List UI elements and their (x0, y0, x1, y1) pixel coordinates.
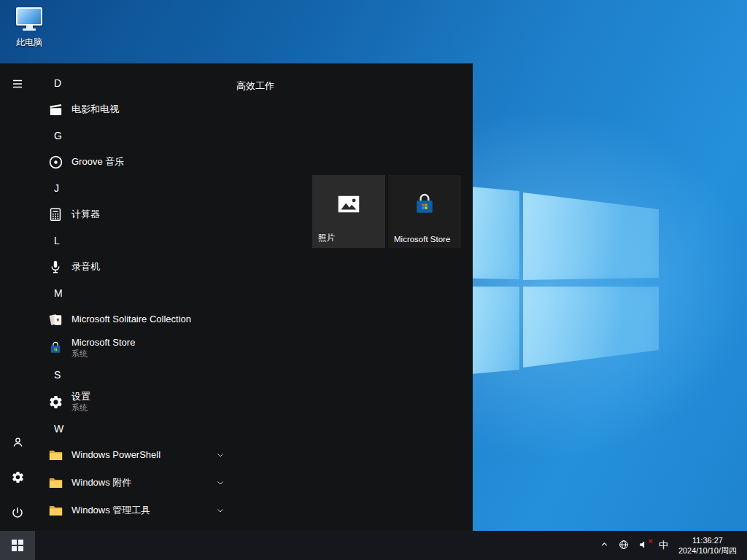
app-label: Microsoft Solitaire Collection (71, 314, 191, 325)
folder-icon (47, 502, 64, 519)
chevron-down-icon (216, 506, 225, 515)
app-item-solitaire[interactable]: Microsoft Solitaire Collection (35, 306, 236, 333)
clock[interactable]: 11:36:27 2024/10/10/周四 (673, 531, 743, 560)
section-letter-d[interactable]: D (35, 71, 236, 96)
network-status-button[interactable] (614, 531, 634, 560)
clock-date: 2024/10/10/周四 (678, 545, 737, 556)
start-rail (0, 63, 35, 531)
chevron-up-icon (600, 540, 609, 551)
power-icon (11, 506, 24, 521)
app-label: Microsoft Store (71, 338, 135, 349)
app-label: Groove 音乐 (71, 157, 124, 168)
section-letter-w[interactable]: W (35, 416, 236, 441)
tile-photos[interactable]: 照片 (312, 175, 385, 248)
expand-start-menu-button[interactable] (0, 67, 35, 102)
calculator-icon (47, 206, 64, 223)
app-label: Windows 附件 (71, 478, 131, 489)
section-letter-g[interactable]: G (35, 123, 236, 148)
windows-desktop: 此电脑 (0, 0, 747, 560)
chevron-down-icon (216, 451, 225, 459)
gear-icon (11, 470, 25, 486)
app-sublabel: 系统 (71, 349, 135, 359)
user-account-button[interactable] (0, 426, 35, 461)
hamburger-icon (11, 77, 24, 93)
store-icon (47, 339, 64, 357)
app-label: Windows 管理工具 (71, 505, 150, 516)
groove-music-icon (47, 153, 64, 171)
app-item-groove-music[interactable]: Groove 音乐 (35, 148, 236, 176)
computer-icon (15, 7, 44, 34)
app-item-windows-powershell[interactable]: Windows PowerShell (35, 441, 236, 469)
tile-label: 照片 (318, 233, 335, 244)
desktop-icon-this-pc[interactable]: 此电脑 (8, 7, 50, 49)
clock-time: 11:36:27 (692, 535, 723, 545)
show-hidden-icons-button[interactable] (595, 531, 614, 560)
windows-logo-icon (12, 540, 24, 552)
tile-area: 高效工作 照片 (236, 63, 473, 531)
app-item-windows-ease-of-access[interactable]: Windows 轻松使用 (35, 524, 236, 531)
app-item-movies-tv[interactable]: 电影和电视 (35, 96, 236, 123)
volume-button[interactable]: ✕ (634, 531, 654, 560)
tile-group-title: 高效工作 (236, 79, 274, 93)
photos-icon (336, 191, 362, 220)
ime-indicator[interactable]: 中 (654, 531, 673, 560)
start-menu: D 电影和电视 G Groove 音乐 J (0, 63, 473, 531)
app-label: 计算器 (71, 209, 100, 220)
section-letter-m[interactable]: M (35, 281, 236, 306)
app-item-microsoft-store[interactable]: Microsoft Store 系统 (35, 333, 236, 362)
this-pc-label: 此电脑 (16, 36, 42, 49)
app-item-windows-accessories[interactable]: Windows 附件 (35, 469, 236, 497)
mute-badge: ✕ (648, 538, 653, 545)
tile-label: Microsoft Store (394, 235, 450, 244)
app-label: 录音机 (71, 262, 100, 273)
movies-tv-icon (47, 101, 64, 118)
gear-icon (47, 393, 64, 411)
store-icon (411, 190, 438, 221)
app-list: D 电影和电视 G Groove 音乐 J (35, 63, 236, 531)
user-icon (11, 435, 25, 451)
power-button[interactable] (0, 496, 35, 531)
section-letter-s[interactable]: S (35, 362, 236, 387)
app-label: 电影和电视 (71, 104, 119, 115)
chevron-down-icon (216, 478, 225, 487)
voice-recorder-icon (47, 258, 64, 276)
folder-icon (47, 446, 64, 464)
tile-microsoft-store[interactable]: Microsoft Store (388, 175, 461, 248)
solitaire-icon (47, 311, 64, 328)
folder-icon (47, 474, 64, 491)
globe-network-icon (618, 539, 630, 553)
start-button[interactable] (0, 531, 35, 560)
app-item-windows-admin-tools[interactable]: Windows 管理工具 (35, 497, 236, 524)
app-label: 设置 (71, 392, 90, 402)
settings-button[interactable] (0, 461, 35, 496)
taskbar: ✕ 中 11:36:27 2024/10/10/周四 (0, 531, 747, 560)
app-label: Windows PowerShell (71, 450, 160, 461)
app-sublabel: 系统 (71, 403, 90, 413)
app-item-settings[interactable]: 设置 系统 (35, 387, 236, 416)
section-letter-j[interactable]: J (35, 176, 236, 201)
section-letter-l[interactable]: L (35, 228, 236, 253)
app-item-voice-recorder[interactable]: 录音机 (35, 253, 236, 281)
system-tray: ✕ 中 11:36:27 2024/10/10/周四 (595, 531, 747, 560)
app-item-calculator[interactable]: 计算器 (35, 201, 236, 228)
volume-muted-icon: ✕ (638, 539, 650, 553)
